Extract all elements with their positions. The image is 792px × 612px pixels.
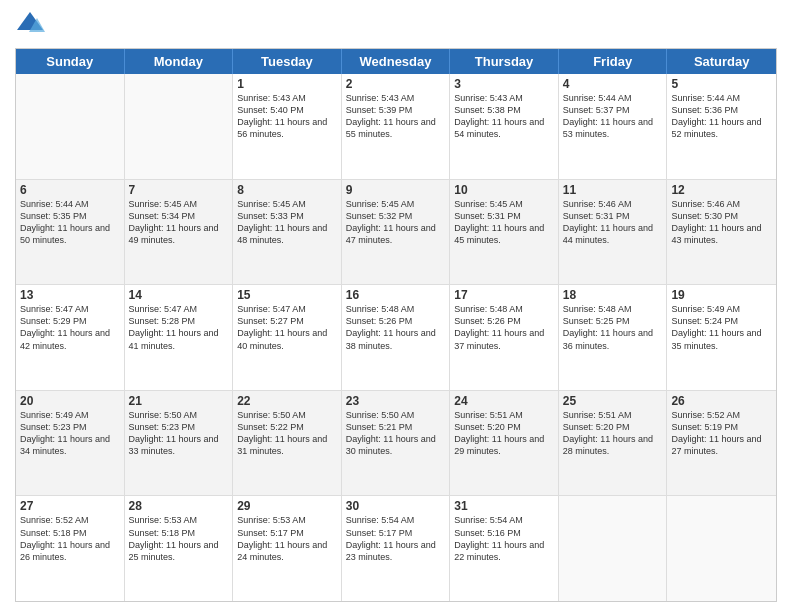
day-number: 29 (237, 499, 337, 513)
day-info: Sunrise: 5:44 AMSunset: 5:37 PMDaylight:… (563, 92, 663, 141)
day-number: 28 (129, 499, 229, 513)
day-info: Sunrise: 5:52 AMSunset: 5:18 PMDaylight:… (20, 514, 120, 563)
calendar-cell: 4Sunrise: 5:44 AMSunset: 5:37 PMDaylight… (559, 74, 668, 179)
day-info: Sunrise: 5:52 AMSunset: 5:19 PMDaylight:… (671, 409, 772, 458)
day-info: Sunrise: 5:46 AMSunset: 5:30 PMDaylight:… (671, 198, 772, 247)
day-number: 31 (454, 499, 554, 513)
logo (15, 10, 49, 40)
calendar-cell: 18Sunrise: 5:48 AMSunset: 5:25 PMDayligh… (559, 285, 668, 390)
calendar-cell: 26Sunrise: 5:52 AMSunset: 5:19 PMDayligh… (667, 391, 776, 496)
calendar-cell: 8Sunrise: 5:45 AMSunset: 5:33 PMDaylight… (233, 180, 342, 285)
calendar-cell (16, 74, 125, 179)
day-info: Sunrise: 5:50 AMSunset: 5:23 PMDaylight:… (129, 409, 229, 458)
day-number: 4 (563, 77, 663, 91)
calendar-cell: 22Sunrise: 5:50 AMSunset: 5:22 PMDayligh… (233, 391, 342, 496)
logo-icon (15, 10, 45, 40)
page: SundayMondayTuesdayWednesdayThursdayFrid… (0, 0, 792, 612)
calendar-cell: 3Sunrise: 5:43 AMSunset: 5:38 PMDaylight… (450, 74, 559, 179)
weekday-header: Monday (125, 49, 234, 74)
day-number: 2 (346, 77, 446, 91)
calendar-cell: 20Sunrise: 5:49 AMSunset: 5:23 PMDayligh… (16, 391, 125, 496)
calendar-cell: 14Sunrise: 5:47 AMSunset: 5:28 PMDayligh… (125, 285, 234, 390)
calendar-cell: 31Sunrise: 5:54 AMSunset: 5:16 PMDayligh… (450, 496, 559, 601)
calendar-body: 1Sunrise: 5:43 AMSunset: 5:40 PMDaylight… (16, 74, 776, 601)
calendar-cell: 17Sunrise: 5:48 AMSunset: 5:26 PMDayligh… (450, 285, 559, 390)
day-number: 1 (237, 77, 337, 91)
calendar-cell: 2Sunrise: 5:43 AMSunset: 5:39 PMDaylight… (342, 74, 451, 179)
day-number: 20 (20, 394, 120, 408)
calendar-cell: 21Sunrise: 5:50 AMSunset: 5:23 PMDayligh… (125, 391, 234, 496)
day-info: Sunrise: 5:51 AMSunset: 5:20 PMDaylight:… (563, 409, 663, 458)
day-info: Sunrise: 5:48 AMSunset: 5:25 PMDaylight:… (563, 303, 663, 352)
day-number: 22 (237, 394, 337, 408)
day-number: 16 (346, 288, 446, 302)
day-info: Sunrise: 5:44 AMSunset: 5:35 PMDaylight:… (20, 198, 120, 247)
calendar-cell: 30Sunrise: 5:54 AMSunset: 5:17 PMDayligh… (342, 496, 451, 601)
calendar-cell: 27Sunrise: 5:52 AMSunset: 5:18 PMDayligh… (16, 496, 125, 601)
calendar: SundayMondayTuesdayWednesdayThursdayFrid… (15, 48, 777, 602)
calendar-cell: 6Sunrise: 5:44 AMSunset: 5:35 PMDaylight… (16, 180, 125, 285)
day-number: 17 (454, 288, 554, 302)
calendar-cell: 25Sunrise: 5:51 AMSunset: 5:20 PMDayligh… (559, 391, 668, 496)
weekday-header: Thursday (450, 49, 559, 74)
calendar-cell: 13Sunrise: 5:47 AMSunset: 5:29 PMDayligh… (16, 285, 125, 390)
day-info: Sunrise: 5:47 AMSunset: 5:29 PMDaylight:… (20, 303, 120, 352)
day-info: Sunrise: 5:43 AMSunset: 5:40 PMDaylight:… (237, 92, 337, 141)
day-info: Sunrise: 5:53 AMSunset: 5:18 PMDaylight:… (129, 514, 229, 563)
day-number: 25 (563, 394, 663, 408)
calendar-cell: 1Sunrise: 5:43 AMSunset: 5:40 PMDaylight… (233, 74, 342, 179)
day-number: 3 (454, 77, 554, 91)
day-number: 18 (563, 288, 663, 302)
day-info: Sunrise: 5:49 AMSunset: 5:23 PMDaylight:… (20, 409, 120, 458)
calendar-header: SundayMondayTuesdayWednesdayThursdayFrid… (16, 49, 776, 74)
day-number: 7 (129, 183, 229, 197)
day-info: Sunrise: 5:51 AMSunset: 5:20 PMDaylight:… (454, 409, 554, 458)
day-number: 11 (563, 183, 663, 197)
day-number: 8 (237, 183, 337, 197)
calendar-row: 27Sunrise: 5:52 AMSunset: 5:18 PMDayligh… (16, 496, 776, 601)
day-number: 15 (237, 288, 337, 302)
calendar-cell: 10Sunrise: 5:45 AMSunset: 5:31 PMDayligh… (450, 180, 559, 285)
calendar-cell: 9Sunrise: 5:45 AMSunset: 5:32 PMDaylight… (342, 180, 451, 285)
calendar-row: 20Sunrise: 5:49 AMSunset: 5:23 PMDayligh… (16, 391, 776, 497)
day-info: Sunrise: 5:45 AMSunset: 5:32 PMDaylight:… (346, 198, 446, 247)
day-info: Sunrise: 5:43 AMSunset: 5:38 PMDaylight:… (454, 92, 554, 141)
day-number: 23 (346, 394, 446, 408)
day-number: 30 (346, 499, 446, 513)
day-number: 13 (20, 288, 120, 302)
day-info: Sunrise: 5:47 AMSunset: 5:28 PMDaylight:… (129, 303, 229, 352)
day-info: Sunrise: 5:54 AMSunset: 5:16 PMDaylight:… (454, 514, 554, 563)
day-number: 14 (129, 288, 229, 302)
calendar-cell: 16Sunrise: 5:48 AMSunset: 5:26 PMDayligh… (342, 285, 451, 390)
calendar-cell: 12Sunrise: 5:46 AMSunset: 5:30 PMDayligh… (667, 180, 776, 285)
day-info: Sunrise: 5:43 AMSunset: 5:39 PMDaylight:… (346, 92, 446, 141)
day-info: Sunrise: 5:48 AMSunset: 5:26 PMDaylight:… (454, 303, 554, 352)
calendar-cell: 5Sunrise: 5:44 AMSunset: 5:36 PMDaylight… (667, 74, 776, 179)
day-number: 26 (671, 394, 772, 408)
calendar-cell (559, 496, 668, 601)
day-number: 5 (671, 77, 772, 91)
header (15, 10, 777, 40)
day-info: Sunrise: 5:46 AMSunset: 5:31 PMDaylight:… (563, 198, 663, 247)
day-info: Sunrise: 5:49 AMSunset: 5:24 PMDaylight:… (671, 303, 772, 352)
weekday-header: Wednesday (342, 49, 451, 74)
day-info: Sunrise: 5:45 AMSunset: 5:34 PMDaylight:… (129, 198, 229, 247)
calendar-row: 13Sunrise: 5:47 AMSunset: 5:29 PMDayligh… (16, 285, 776, 391)
weekday-header: Friday (559, 49, 668, 74)
calendar-cell: 11Sunrise: 5:46 AMSunset: 5:31 PMDayligh… (559, 180, 668, 285)
day-info: Sunrise: 5:53 AMSunset: 5:17 PMDaylight:… (237, 514, 337, 563)
calendar-row: 6Sunrise: 5:44 AMSunset: 5:35 PMDaylight… (16, 180, 776, 286)
day-info: Sunrise: 5:44 AMSunset: 5:36 PMDaylight:… (671, 92, 772, 141)
calendar-cell (125, 74, 234, 179)
day-number: 10 (454, 183, 554, 197)
day-info: Sunrise: 5:48 AMSunset: 5:26 PMDaylight:… (346, 303, 446, 352)
day-number: 21 (129, 394, 229, 408)
weekday-header: Sunday (16, 49, 125, 74)
day-number: 6 (20, 183, 120, 197)
day-info: Sunrise: 5:45 AMSunset: 5:33 PMDaylight:… (237, 198, 337, 247)
calendar-cell: 19Sunrise: 5:49 AMSunset: 5:24 PMDayligh… (667, 285, 776, 390)
calendar-row: 1Sunrise: 5:43 AMSunset: 5:40 PMDaylight… (16, 74, 776, 180)
day-number: 9 (346, 183, 446, 197)
day-info: Sunrise: 5:54 AMSunset: 5:17 PMDaylight:… (346, 514, 446, 563)
day-info: Sunrise: 5:47 AMSunset: 5:27 PMDaylight:… (237, 303, 337, 352)
